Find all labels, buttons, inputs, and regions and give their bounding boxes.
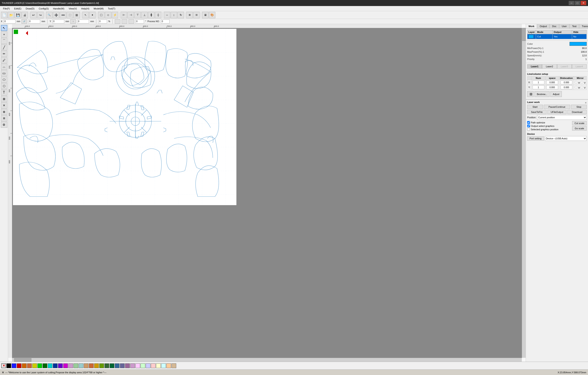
laser4-tab[interactable]: Laser4 (572, 64, 587, 69)
angle-input[interactable] (135, 20, 144, 23)
color-peach[interactable] (166, 363, 171, 368)
bestrew-button[interactable]: Bestrew... (535, 91, 549, 97)
grid-tool[interactable]: ⊞ (1, 115, 7, 121)
scroll-thumb-v[interactable] (522, 28, 526, 41)
tab-doc[interactable]: Doc (549, 24, 559, 28)
close-laser-work-icon[interactable]: ✕ (585, 101, 587, 104)
minimize-button[interactable]: ─ (569, 1, 574, 5)
tab-test[interactable]: Test (569, 24, 579, 28)
pen-tool[interactable]: 🖊 (1, 57, 7, 63)
flip-v-button[interactable]: ↕ (171, 12, 177, 18)
node-tool[interactable]: ⌖ (1, 32, 7, 37)
vertical-scrollbar[interactable] (522, 28, 526, 358)
tab-work[interactable]: Work (526, 24, 537, 28)
arc-tool[interactable]: ⌓ (1, 64, 7, 70)
go-scale-button[interactable]: Go scale (572, 126, 587, 130)
new-button[interactable]: 📄 (1, 12, 7, 18)
save-to-file-button[interactable]: SaveToFile (527, 110, 546, 114)
port-setting-button[interactable]: Port setting (527, 136, 544, 141)
download-button[interactable]: Download (567, 110, 587, 114)
color-forest[interactable] (105, 363, 109, 368)
select-tool[interactable]: ↖ (1, 25, 7, 31)
rotate-button[interactable]: ↻ (178, 12, 184, 18)
setup-y-space[interactable] (546, 85, 558, 89)
color-khaki[interactable] (171, 363, 176, 368)
flip-h-button[interactable]: ↔ (164, 12, 170, 18)
setup-x-disloc[interactable] (560, 80, 572, 84)
measure-tool[interactable]: ⊕ (1, 109, 7, 115)
y-input[interactable] (52, 20, 64, 23)
zoom-in-button[interactable]: ➕ (53, 12, 59, 18)
device-select[interactable]: Device---(USB:Auto) (545, 136, 587, 141)
color-pick-tool[interactable]: ⚙ (1, 122, 7, 128)
tab-output[interactable]: Output (537, 24, 549, 28)
menu-edit[interactable]: Edit(E) (12, 7, 24, 10)
layer-output[interactable]: Yes (553, 34, 572, 39)
color-light-cyan[interactable] (79, 363, 83, 368)
height-input[interactable] (77, 20, 89, 23)
color-slate[interactable] (120, 363, 125, 368)
ellipse-button[interactable]: ○ (105, 12, 111, 18)
setup-y-v-radio[interactable] (580, 86, 583, 89)
print-button[interactable]: 🖨 (21, 12, 28, 18)
close-button[interactable]: ✕ (581, 1, 586, 5)
color-brown[interactable] (27, 363, 32, 368)
color-dark-green[interactable] (42, 363, 47, 368)
line-tool[interactable]: ╱ (1, 44, 7, 50)
menu-handle[interactable]: Handle(W) (51, 7, 67, 10)
menu-file[interactable]: File(F) (1, 7, 12, 10)
horizontal-scrollbar[interactable] (12, 358, 522, 362)
ellipse-tool[interactable]: ⬭ (1, 76, 7, 83)
path-optimize-checkbox[interactable] (527, 121, 530, 124)
menu-model[interactable]: Model(M) (92, 7, 106, 10)
output-select-checkbox[interactable] (527, 125, 530, 127)
setup-x-v-radio[interactable] (580, 81, 583, 84)
color-black[interactable] (6, 363, 11, 368)
align-bottom-button[interactable]: ┼ (155, 12, 161, 18)
color-value-box[interactable] (569, 42, 587, 46)
color-button[interactable]: 🎨 (209, 12, 215, 18)
x-input[interactable] (4, 20, 15, 23)
color-blue[interactable] (12, 363, 16, 368)
layer-hide[interactable]: No (572, 34, 587, 39)
zoom-out-button[interactable]: ➖ (60, 12, 66, 18)
no-color-swatch[interactable]: ✕ (1, 363, 6, 368)
bitmap-tool[interactable]: ⊠ (1, 96, 7, 102)
start-button[interactable]: Start (527, 105, 543, 109)
layer-row[interactable]: Cut Yes No (527, 34, 587, 39)
open-button[interactable]: 📁 (8, 12, 14, 18)
rect-button[interactable]: □ (98, 12, 105, 18)
color-sienna[interactable] (89, 363, 94, 368)
bezier-tool[interactable]: ⌒ (1, 38, 7, 44)
tab-transform[interactable]: Transform (579, 24, 588, 28)
cut-scale-button[interactable]: Cut scale (572, 121, 587, 125)
percent-input[interactable] (98, 20, 107, 23)
pencil-tool[interactable]: ✏ (1, 51, 7, 57)
setup-x-h-radio[interactable] (575, 81, 578, 84)
color-light-green[interactable] (74, 363, 78, 368)
menu-view[interactable]: View(V) (66, 7, 79, 10)
rect-tool[interactable]: ▭ (1, 70, 7, 76)
setup-y-h-radio[interactable] (575, 86, 578, 89)
selected-pos-checkbox[interactable] (527, 128, 530, 131)
color-cyan[interactable] (48, 363, 52, 368)
menu-help[interactable]: Help(H) (79, 7, 92, 10)
zoom-window-button[interactable]: 🔍 (46, 12, 52, 18)
lock-icon[interactable]: 🔗 (21, 19, 27, 24)
align-left-button[interactable]: ⊢ (121, 12, 127, 18)
color-pink[interactable] (68, 363, 73, 368)
process-input[interactable] (161, 20, 169, 23)
laser3-tab[interactable]: Laser3 (557, 64, 572, 69)
ungroup-button[interactable]: ⊟ (193, 12, 200, 18)
layer-mode[interactable]: Cut (536, 34, 553, 39)
lock-ratio-icon[interactable]: ↕ (70, 19, 76, 24)
align-middle-button[interactable]: ╋ (148, 12, 155, 18)
setup-y-num[interactable] (533, 85, 544, 89)
position-select[interactable]: Current position Absolute origin Machine… (537, 115, 587, 120)
width-input[interactable] (28, 20, 40, 23)
menu-tool[interactable]: Tool(T) (106, 7, 117, 10)
setup-x-num[interactable] (533, 80, 544, 84)
color-rose[interactable] (151, 363, 156, 368)
pause-button[interactable]: Pause/Continue (544, 105, 570, 109)
canvas-scroll[interactable] (12, 28, 522, 358)
